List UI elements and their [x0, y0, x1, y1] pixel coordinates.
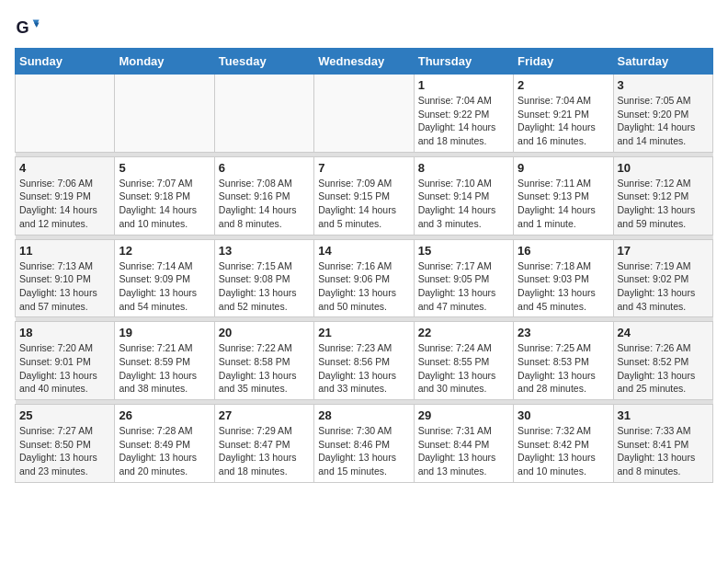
day-info: Sunrise: 7:07 AM Sunset: 9:18 PM Dayligh…: [119, 177, 210, 231]
calendar-header-monday: Monday: [115, 49, 214, 75]
day-info: Sunrise: 7:30 AM Sunset: 8:46 PM Dayligh…: [318, 424, 409, 478]
calendar-week-row: 25Sunrise: 7:27 AM Sunset: 8:50 PM Dayli…: [16, 405, 713, 483]
day-info: Sunrise: 7:27 AM Sunset: 8:50 PM Dayligh…: [19, 424, 110, 478]
calendar-day-cell: 9Sunrise: 7:11 AM Sunset: 9:13 PM Daylig…: [514, 156, 613, 235]
calendar-day-cell: 19Sunrise: 7:21 AM Sunset: 8:59 PM Dayli…: [115, 322, 214, 400]
day-number: 3: [618, 78, 709, 92]
logo-icon: G: [15, 15, 40, 40]
calendar-week-row: 4Sunrise: 7:06 AM Sunset: 9:19 PM Daylig…: [16, 156, 713, 235]
day-info: Sunrise: 7:05 AM Sunset: 9:20 PM Dayligh…: [618, 94, 709, 148]
calendar-day-cell: [314, 75, 414, 153]
day-number: 13: [219, 244, 310, 258]
calendar-day-cell: 29Sunrise: 7:31 AM Sunset: 8:44 PM Dayli…: [414, 405, 513, 483]
day-number: 19: [119, 326, 210, 339]
day-info: Sunrise: 7:04 AM Sunset: 9:22 PM Dayligh…: [418, 94, 509, 148]
day-number: 4: [19, 161, 110, 175]
day-number: 10: [618, 161, 709, 175]
day-number: 31: [618, 408, 709, 422]
calendar-day-cell: [115, 75, 214, 153]
day-number: 23: [518, 326, 609, 339]
calendar-day-cell: 10Sunrise: 7:12 AM Sunset: 9:12 PM Dayli…: [613, 156, 712, 235]
day-info: Sunrise: 7:06 AM Sunset: 9:19 PM Dayligh…: [19, 177, 110, 231]
calendar-day-cell: 11Sunrise: 7:13 AM Sunset: 9:10 PM Dayli…: [16, 239, 115, 317]
day-info: Sunrise: 7:20 AM Sunset: 9:01 PM Dayligh…: [19, 341, 110, 396]
calendar-header-sunday: Sunday: [16, 49, 115, 75]
calendar-day-cell: 15Sunrise: 7:17 AM Sunset: 9:05 PM Dayli…: [414, 239, 513, 317]
calendar-day-cell: 3Sunrise: 7:05 AM Sunset: 9:20 PM Daylig…: [613, 75, 712, 153]
day-info: Sunrise: 7:12 AM Sunset: 9:12 PM Dayligh…: [618, 177, 709, 231]
page-header: G: [15, 15, 713, 40]
calendar-week-row: 1Sunrise: 7:04 AM Sunset: 9:22 PM Daylig…: [16, 75, 713, 153]
day-info: Sunrise: 7:23 AM Sunset: 8:56 PM Dayligh…: [318, 341, 409, 396]
day-number: 2: [518, 78, 609, 92]
day-number: 20: [219, 326, 310, 339]
day-info: Sunrise: 7:09 AM Sunset: 9:15 PM Dayligh…: [318, 177, 409, 231]
calendar-header-saturday: Saturday: [613, 49, 712, 75]
calendar-day-cell: 7Sunrise: 7:09 AM Sunset: 9:15 PM Daylig…: [314, 156, 414, 235]
calendar-day-cell: 13Sunrise: 7:15 AM Sunset: 9:08 PM Dayli…: [214, 239, 313, 317]
day-number: 11: [19, 244, 110, 258]
calendar-day-cell: 23Sunrise: 7:25 AM Sunset: 8:53 PM Dayli…: [514, 322, 613, 400]
calendar-day-cell: 2Sunrise: 7:04 AM Sunset: 9:21 PM Daylig…: [514, 75, 613, 153]
day-number: 22: [418, 326, 509, 339]
calendar-header-tuesday: Tuesday: [214, 49, 313, 75]
calendar-day-cell: 17Sunrise: 7:19 AM Sunset: 9:02 PM Dayli…: [613, 239, 712, 317]
day-info: Sunrise: 7:04 AM Sunset: 9:21 PM Dayligh…: [518, 94, 609, 148]
day-info: Sunrise: 7:25 AM Sunset: 8:53 PM Dayligh…: [518, 341, 609, 396]
calendar-day-cell: 28Sunrise: 7:30 AM Sunset: 8:46 PM Dayli…: [314, 405, 414, 483]
calendar-day-cell: 20Sunrise: 7:22 AM Sunset: 8:58 PM Dayli…: [214, 322, 313, 400]
day-info: Sunrise: 7:32 AM Sunset: 8:42 PM Dayligh…: [518, 424, 609, 478]
day-info: Sunrise: 7:10 AM Sunset: 9:14 PM Dayligh…: [418, 177, 509, 231]
calendar-day-cell: 6Sunrise: 7:08 AM Sunset: 9:16 PM Daylig…: [214, 156, 313, 235]
day-info: Sunrise: 7:17 AM Sunset: 9:05 PM Dayligh…: [418, 259, 509, 314]
day-number: 12: [119, 244, 210, 258]
calendar-day-cell: [214, 75, 313, 153]
day-number: 15: [418, 244, 509, 258]
calendar-day-cell: 22Sunrise: 7:24 AM Sunset: 8:55 PM Dayli…: [414, 322, 513, 400]
day-number: 25: [19, 408, 110, 422]
day-info: Sunrise: 7:19 AM Sunset: 9:02 PM Dayligh…: [618, 259, 709, 314]
calendar-day-cell: 8Sunrise: 7:10 AM Sunset: 9:14 PM Daylig…: [414, 156, 513, 235]
day-info: Sunrise: 7:13 AM Sunset: 9:10 PM Dayligh…: [19, 259, 110, 314]
day-number: 18: [19, 326, 110, 339]
day-info: Sunrise: 7:22 AM Sunset: 8:58 PM Dayligh…: [219, 341, 310, 396]
calendar-day-cell: 30Sunrise: 7:32 AM Sunset: 8:42 PM Dayli…: [514, 405, 613, 483]
day-number: 8: [418, 161, 509, 175]
day-number: 21: [318, 326, 409, 339]
calendar-day-cell: 21Sunrise: 7:23 AM Sunset: 8:56 PM Dayli…: [314, 322, 414, 400]
calendar-day-cell: 1Sunrise: 7:04 AM Sunset: 9:22 PM Daylig…: [414, 75, 513, 153]
day-info: Sunrise: 7:26 AM Sunset: 8:52 PM Dayligh…: [618, 341, 709, 396]
calendar-week-row: 18Sunrise: 7:20 AM Sunset: 9:01 PM Dayli…: [16, 322, 713, 400]
day-number: 1: [418, 78, 509, 92]
calendar-table: SundayMondayTuesdayWednesdayThursdayFrid…: [15, 48, 713, 483]
day-info: Sunrise: 7:15 AM Sunset: 9:08 PM Dayligh…: [219, 259, 310, 314]
day-number: 27: [219, 408, 310, 422]
calendar-day-cell: 24Sunrise: 7:26 AM Sunset: 8:52 PM Dayli…: [613, 322, 712, 400]
svg-text:G: G: [16, 18, 28, 37]
day-info: Sunrise: 7:28 AM Sunset: 8:49 PM Dayligh…: [119, 424, 210, 478]
calendar-day-cell: [16, 75, 115, 153]
day-number: 24: [618, 326, 709, 339]
day-number: 17: [618, 244, 709, 258]
calendar-header-wednesday: Wednesday: [314, 49, 414, 75]
day-info: Sunrise: 7:24 AM Sunset: 8:55 PM Dayligh…: [418, 341, 509, 396]
day-number: 29: [418, 408, 509, 422]
day-info: Sunrise: 7:18 AM Sunset: 9:03 PM Dayligh…: [518, 259, 609, 314]
day-info: Sunrise: 7:11 AM Sunset: 9:13 PM Dayligh…: [518, 177, 609, 231]
day-number: 16: [518, 244, 609, 258]
calendar-day-cell: 25Sunrise: 7:27 AM Sunset: 8:50 PM Dayli…: [16, 405, 115, 483]
day-number: 28: [318, 408, 409, 422]
day-info: Sunrise: 7:16 AM Sunset: 9:06 PM Dayligh…: [318, 259, 409, 314]
day-number: 7: [318, 161, 409, 175]
calendar-day-cell: 5Sunrise: 7:07 AM Sunset: 9:18 PM Daylig…: [115, 156, 214, 235]
day-number: 9: [518, 161, 609, 175]
calendar-day-cell: 14Sunrise: 7:16 AM Sunset: 9:06 PM Dayli…: [314, 239, 414, 317]
calendar-day-cell: 31Sunrise: 7:33 AM Sunset: 8:41 PM Dayli…: [613, 405, 712, 483]
day-info: Sunrise: 7:29 AM Sunset: 8:47 PM Dayligh…: [219, 424, 310, 478]
svg-marker-2: [34, 22, 40, 28]
calendar-header-row: SundayMondayTuesdayWednesdayThursdayFrid…: [16, 49, 713, 75]
day-number: 26: [119, 408, 210, 422]
logo: G: [15, 15, 44, 40]
day-info: Sunrise: 7:14 AM Sunset: 9:09 PM Dayligh…: [119, 259, 210, 314]
calendar-header-friday: Friday: [514, 49, 613, 75]
